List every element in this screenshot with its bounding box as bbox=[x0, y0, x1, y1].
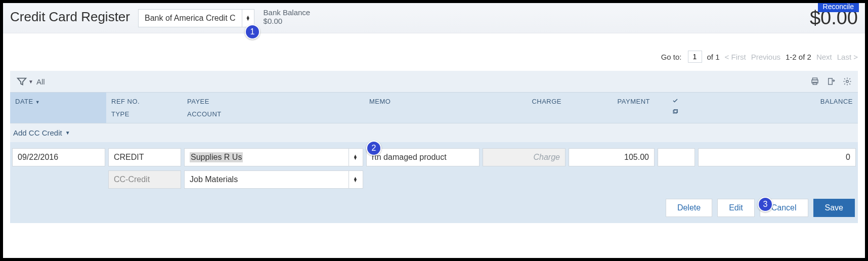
account-value: Job Materials bbox=[190, 175, 238, 184]
bank-balance-label: Bank Balance bbox=[264, 8, 311, 17]
checkmark-icon bbox=[672, 98, 679, 104]
table-header: DATE▼ REF NO.TYPE PAYEEACCOUNT MEMO CHAR… bbox=[10, 92, 858, 123]
entry-area: 09/22/2016 CREDIT Supplies R Us ▲▼ rtn d… bbox=[10, 142, 858, 223]
print-icon[interactable] bbox=[810, 77, 819, 86]
charge-field[interactable]: Charge bbox=[483, 148, 566, 166]
spacer bbox=[12, 170, 105, 189]
payee-select[interactable]: Supplies R Us ▲▼ bbox=[184, 148, 363, 166]
account-select-value: Bank of America Credit C bbox=[139, 14, 242, 23]
col-ref-type[interactable]: REF NO.TYPE bbox=[106, 93, 182, 123]
page-of: of 1 bbox=[707, 53, 720, 61]
callout-1: 1 bbox=[245, 24, 260, 39]
save-button[interactable]: Save bbox=[813, 199, 855, 217]
account-select[interactable]: Bank of America Credit C ▲▼ bbox=[138, 9, 254, 27]
edit-button[interactable]: Edit bbox=[717, 199, 755, 217]
pager-last[interactable]: Last > bbox=[837, 53, 858, 61]
callout-2: 2 bbox=[366, 141, 381, 156]
account-category-select[interactable]: Job Materials ▲▼ bbox=[184, 170, 363, 189]
export-icon[interactable] bbox=[827, 77, 836, 86]
add-row-label: Add CC Credit bbox=[13, 128, 62, 137]
col-balance[interactable]: BALANCE bbox=[696, 93, 858, 123]
goto-page-input[interactable] bbox=[688, 51, 702, 63]
pager-range: 1-2 of 2 bbox=[786, 53, 811, 61]
sort-desc-icon: ▼ bbox=[35, 100, 40, 105]
pager-previous[interactable]: Previous bbox=[751, 53, 780, 61]
gear-icon[interactable] bbox=[843, 77, 852, 86]
col-charge[interactable]: CHARGE bbox=[481, 93, 567, 123]
payment-field[interactable]: 105.00 bbox=[569, 148, 655, 166]
goto-label: Go to: bbox=[661, 53, 682, 61]
balance-field: 0 bbox=[698, 148, 856, 166]
filter-label: All bbox=[36, 77, 45, 86]
delete-button[interactable]: Delete bbox=[666, 199, 712, 217]
chevron-updown-icon: ▲▼ bbox=[349, 149, 358, 166]
col-date[interactable]: DATE▼ bbox=[10, 93, 106, 123]
filter-icon[interactable] bbox=[16, 76, 27, 87]
date-field[interactable]: 09/22/2016 bbox=[12, 148, 105, 166]
chevron-updown-icon: ▲▼ bbox=[349, 171, 358, 188]
header-bar: Credit Card Register Bank of America Cre… bbox=[3, 3, 865, 33]
pager-first[interactable]: < First bbox=[725, 53, 746, 61]
reconciled-field[interactable] bbox=[658, 148, 695, 166]
attachment-icon bbox=[672, 109, 679, 115]
filter-toolbar: ▼ All bbox=[10, 71, 858, 92]
reconcile-button[interactable]: Reconcile bbox=[818, 3, 859, 12]
col-reconciled[interactable] bbox=[655, 93, 696, 123]
svg-point-3 bbox=[846, 80, 849, 83]
payee-value: Supplies R Us bbox=[190, 152, 243, 162]
pager: Go to: of 1 < First Previous 1-2 of 2 Ne… bbox=[3, 33, 865, 71]
filter-caret-icon[interactable]: ▼ bbox=[28, 79, 33, 84]
col-payee-account[interactable]: PAYEEACCOUNT bbox=[182, 93, 364, 123]
chevron-down-icon: ▼ bbox=[65, 130, 70, 136]
pager-next[interactable]: Next bbox=[816, 53, 832, 61]
add-cc-credit-dropdown[interactable]: Add CC Credit ▼ bbox=[10, 123, 858, 142]
callout-3: 3 bbox=[758, 197, 773, 212]
page-title: Credit Card Register bbox=[10, 9, 130, 25]
bank-balance-amount: $0.00 bbox=[264, 17, 311, 25]
col-memo[interactable]: MEMO bbox=[364, 93, 481, 123]
action-bar: Delete Edit Cancel Save bbox=[11, 193, 857, 221]
col-payment[interactable]: PAYMENT bbox=[567, 93, 655, 123]
ref-no-field[interactable]: CREDIT bbox=[108, 148, 181, 166]
bank-balance-block: Bank Balance $0.00 bbox=[264, 8, 311, 25]
memo-field[interactable]: rtn damaged product bbox=[366, 148, 480, 166]
type-field: CC-Credit bbox=[108, 170, 181, 189]
